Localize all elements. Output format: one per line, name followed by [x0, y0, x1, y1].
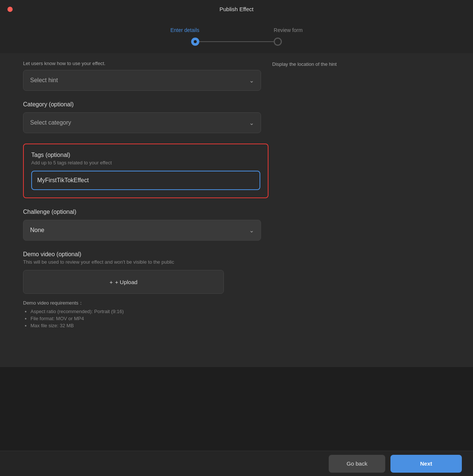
step-indicator: Enter details Review form [0, 18, 473, 53]
demo-video-title: Demo video (optional) [23, 251, 450, 258]
requirements-title: Demo video requirements： [23, 300, 450, 306]
title-bar-title: Publish Effect [219, 6, 253, 12]
challenge-chevron-icon: ⌄ [249, 227, 254, 234]
hint-section: Let users know how to use your effect. S… [23, 53, 450, 91]
hint-chevron-icon: ⌄ [249, 77, 254, 84]
requirements-section: Demo video requirements： Aspect ratio (r… [23, 300, 450, 328]
step-line [199, 41, 274, 42]
hint-right-label: Display the location of the hint [272, 54, 337, 67]
hint-note: Let users know how to use your effect. [23, 61, 261, 66]
step1-circle [191, 38, 199, 46]
category-label: Category (optional) [23, 101, 450, 108]
title-bar: Publish Effect [0, 0, 473, 18]
main-content: Let users know how to use your effect. S… [0, 53, 473, 367]
step2-circle [274, 38, 282, 46]
demo-video-subtitle: This will be used to review your effect … [23, 259, 216, 265]
upload-label: + Upload [115, 279, 137, 285]
tags-section: Tags (optional) Add up to 5 tags related… [23, 144, 268, 198]
requirement-item: File format: MOV or MP4 [30, 316, 450, 321]
challenge-dropdown[interactable]: None ⌄ [23, 220, 261, 241]
hint-left: Let users know how to use your effect. S… [23, 61, 261, 91]
hint-row: Let users know how to use your effect. S… [23, 61, 450, 91]
go-back-button[interactable]: Go back [329, 455, 385, 473]
category-dropdown-text: Select category [30, 119, 71, 126]
challenge-section: Challenge (optional) None ⌄ [23, 198, 450, 241]
tags-title: Tags (optional) [31, 152, 260, 158]
category-chevron-icon: ⌄ [249, 119, 254, 126]
step1-label: Enter details [170, 27, 199, 33]
hint-right: Display the location of the hint [272, 61, 337, 67]
category-dropdown[interactable]: Select category ⌄ [23, 112, 261, 133]
requirement-item: Aspect ratio (recommended): Portrait (9:… [30, 309, 450, 314]
next-button[interactable]: Next [390, 455, 462, 473]
hint-dropdown[interactable]: Select hint ⌄ [23, 70, 261, 91]
step-track [191, 38, 282, 46]
hint-dropdown-text: Select hint [30, 77, 58, 84]
demo-video-section: Demo video (optional) This will be used … [23, 241, 450, 328]
challenge-dropdown-text: None [30, 227, 44, 234]
requirement-item: Max file size: 32 MB [30, 323, 450, 328]
tags-subtitle: Add up to 5 tags related to your effect [31, 160, 260, 165]
traffic-light-close[interactable] [7, 7, 13, 12]
bottom-bar: Go back Next [0, 451, 473, 476]
upload-icon: + [109, 279, 113, 285]
step2-label: Review form [274, 27, 303, 33]
requirements-list: Aspect ratio (recommended): Portrait (9:… [23, 309, 450, 328]
category-section: Category (optional) Select category ⌄ [23, 91, 450, 133]
challenge-label: Challenge (optional) [23, 209, 450, 215]
tags-input[interactable] [31, 171, 260, 190]
step1-circle-inner [194, 40, 197, 43]
step-labels: Enter details Review form [170, 27, 303, 33]
upload-button[interactable]: + + Upload [23, 270, 224, 294]
